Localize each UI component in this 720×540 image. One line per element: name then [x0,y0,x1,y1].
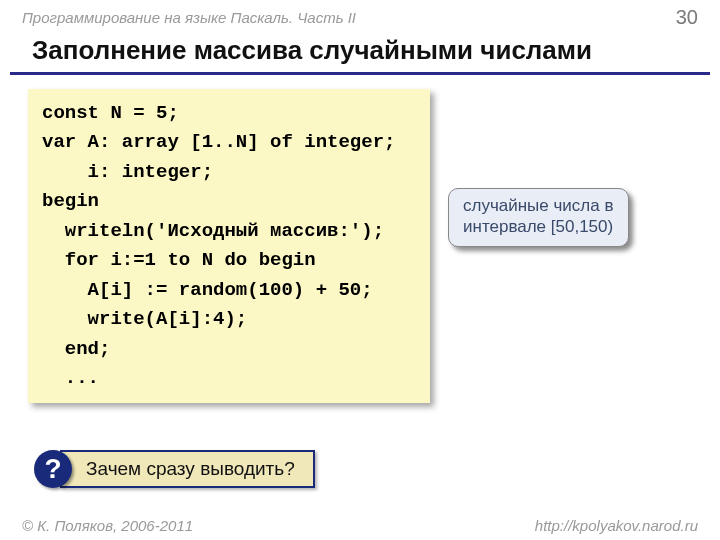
code-line: const N = 5; [42,99,416,128]
copyright: © К. Поляков, 2006-2011 [22,517,193,534]
callout-note: случайные числа в интервале [50,150) [448,188,629,247]
code-line: A[i] := random(100) + 50; [42,276,416,305]
slide-footer: © К. Поляков, 2006-2011 http://kpolyakov… [0,517,720,534]
page-number: 30 [676,6,698,29]
code-line: end; [42,335,416,364]
code-line: ... [42,364,416,393]
footer-url: http://kpolyakov.narod.ru [535,517,698,534]
slide-header: Программирование на языке Паскаль. Часть… [0,0,720,31]
code-line: i: integer; [42,158,416,187]
callout-line: интервале [50,150) [463,216,614,237]
slide-title: Заполнение массива случайными числами [10,31,710,75]
code-block: const N = 5; var A: array [1..N] of inte… [28,89,430,403]
code-line: for i:=1 to N do begin [42,246,416,275]
question-mark-icon: ? [34,450,72,488]
code-line: var A: array [1..N] of integer; [42,128,416,157]
code-line: begin [42,187,416,216]
code-line: writeln('Исходный массив:'); [42,217,416,246]
question-row: ? Зачем сразу выводить? [34,450,315,488]
course-name: Программирование на языке Паскаль. Часть… [22,9,356,26]
code-line: write(A[i]:4); [42,305,416,334]
question-box: Зачем сразу выводить? [60,450,315,488]
callout-line: случайные числа в [463,195,614,216]
